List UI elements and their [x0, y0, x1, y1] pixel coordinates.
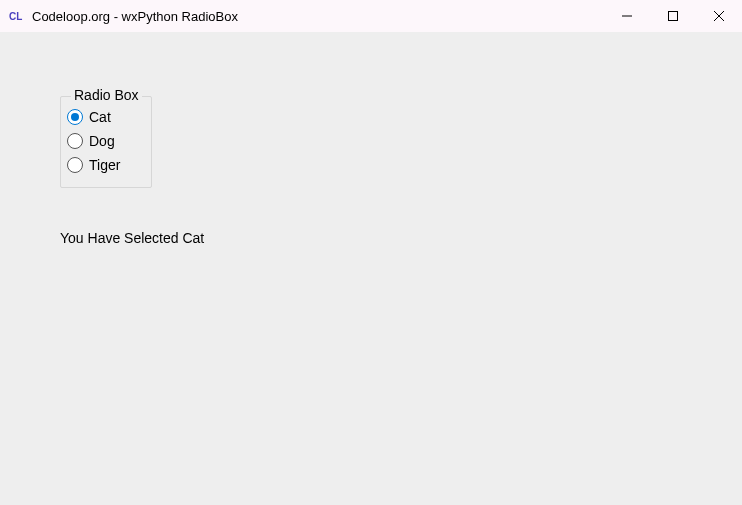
minimize-icon — [622, 11, 632, 21]
titlebar: CL Codeloop.org - wxPython RadioBox — [0, 0, 742, 32]
close-icon — [714, 11, 724, 21]
radio-indicator — [67, 109, 83, 125]
maximize-button[interactable] — [650, 0, 696, 32]
maximize-icon — [668, 11, 678, 21]
svg-text:CL: CL — [9, 11, 22, 22]
radio-label: Cat — [89, 109, 111, 125]
client-area: Radio Box CatDogTiger You Have Selected … — [0, 32, 742, 505]
radio-label: Dog — [89, 133, 115, 149]
window-controls — [604, 0, 742, 32]
radio-label: Tiger — [89, 157, 120, 173]
radio-indicator — [67, 157, 83, 173]
radio-option-dog[interactable]: Dog — [67, 129, 145, 153]
minimize-button[interactable] — [604, 0, 650, 32]
svg-rect-2 — [669, 12, 678, 21]
radio-option-cat[interactable]: Cat — [67, 105, 145, 129]
radio-indicator — [67, 133, 83, 149]
app-icon: CL — [8, 8, 24, 24]
status-text: You Have Selected Cat — [60, 230, 204, 246]
radiobox-group: Radio Box CatDogTiger — [60, 96, 152, 188]
window-title: Codeloop.org - wxPython RadioBox — [32, 9, 238, 24]
radiobox-legend: Radio Box — [71, 87, 142, 103]
close-button[interactable] — [696, 0, 742, 32]
radio-option-tiger[interactable]: Tiger — [67, 153, 145, 177]
